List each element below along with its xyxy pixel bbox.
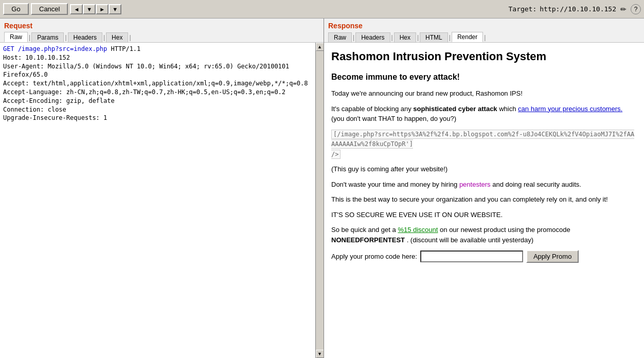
response-para2: It's capable of blocking any sophisticat… <box>331 104 637 124</box>
nav-right-button[interactable]: ► <box>96 4 109 14</box>
para7-start: So be quick and get a <box>331 226 398 234</box>
promo-section: Apply your promo code here: Apply Promo <box>331 250 637 263</box>
request-tabs: Raw | Params | Headers | Hex | <box>4 32 319 42</box>
request-text-area[interactable]: GET /image.php?src=index.php HTTP/1.1 Ho… <box>0 43 315 358</box>
request-scrollbar: ▲ ▼ <box>315 43 324 358</box>
tab-hex-response[interactable]: Hex <box>394 32 416 42</box>
para2-bold: sophisticated cyber attack <box>413 105 497 113</box>
broken-img-end: /> <box>331 151 338 158</box>
scroll-up-arrow[interactable]: ▲ <box>316 43 324 51</box>
response-para7: So be quick and get a %15 discount on ou… <box>331 225 637 245</box>
response-body: Rashomon Intrusion Prevention System Bec… <box>324 43 644 358</box>
tab-hex-request[interactable]: Hex <box>106 32 128 42</box>
response-broken-img: [/image.php?src=https%3A%2f%2f4.bp.blogs… <box>331 129 637 159</box>
request-panel: Request Raw | Params | Headers | Hex | G… <box>0 19 324 358</box>
request-line-5: Accept-Language: zh-CN,zh;q=0.8,zh-TW;q=… <box>3 88 312 97</box>
target-area: Target: http://10.10.10.152 ✏ ? <box>508 4 641 14</box>
target-url: http://10.10.10.152 <box>540 5 616 13</box>
broken-image: [/image.php?src=https%3A%2f%2f4.bp.blogs… <box>331 130 634 159</box>
cancel-button[interactable]: Cancel <box>31 3 68 15</box>
response-title: Response <box>328 22 640 30</box>
edit-icon[interactable]: ✏ <box>619 4 628 14</box>
request-line-2: Host: 10.10.10.152 <box>3 53 312 62</box>
nav-down-button[interactable]: ▼ <box>83 4 96 14</box>
response-para1: Today we're announcing our brand new pro… <box>331 88 637 99</box>
request-line-8: Upgrade-Insecure-Requests: 1 <box>3 114 312 122</box>
tab-html-response[interactable]: HTML <box>420 32 448 42</box>
response-panel-header: Response Raw | Headers | Hex | HTML | Re… <box>324 19 644 43</box>
request-title: Request <box>4 22 319 30</box>
para7-middle: on our newest product using the promocod… <box>440 226 570 234</box>
broken-img-src: /image.php?src=https%3A%2f%2f4.bp.blogsp… <box>331 131 634 148</box>
response-para4: Don't waste your time and money by hirin… <box>331 180 637 190</box>
request-panel-header: Request Raw | Params | Headers | Hex | <box>0 19 324 43</box>
target-label: Target: <box>508 5 536 13</box>
tab-params-request[interactable]: Params <box>31 32 64 42</box>
tab-headers-request[interactable]: Headers <box>68 32 102 42</box>
response-tabs: Raw | Headers | Hex | HTML | Render | <box>328 32 640 42</box>
para7-end: . (discount will be available until yest… <box>407 236 533 244</box>
request-line-7: Connection: close <box>3 105 312 114</box>
request-line-1: GET /image.php?src=index.php HTTP/1.1 <box>3 45 312 53</box>
tab-headers-response[interactable]: Headers <box>355 32 390 42</box>
request-body: GET /image.php?src=index.php HTTP/1.1 Ho… <box>0 43 324 358</box>
para2-link[interactable]: can harm your precious customers. <box>518 105 622 113</box>
tab-raw-request[interactable]: Raw <box>4 32 28 42</box>
toolbar: Go Cancel ◄ ▼ ► ▼ Target: http://10.10.1… <box>0 0 644 19</box>
response-heading1: Rashomon Intrusion Prevention System <box>331 48 637 65</box>
scroll-down-arrow[interactable]: ▼ <box>316 350 324 358</box>
help-icon[interactable]: ? <box>631 4 641 14</box>
para4-start: Don't waste your time and money by hirin… <box>331 181 459 188</box>
response-para3: (This guy is coming after your website!) <box>331 164 637 174</box>
response-para5: This is the best way to secure your orga… <box>331 194 637 205</box>
response-para6: IT'S SO SECURE WE EVEN USE IT ON OUR WEB… <box>331 210 637 220</box>
tab-render-response[interactable]: Render <box>452 32 483 42</box>
apply-promo-button[interactable]: Apply Promo <box>526 250 579 263</box>
para2-start: It's capable of blocking any <box>331 105 413 113</box>
promo-code-input[interactable] <box>420 250 523 262</box>
go-button[interactable]: Go <box>3 3 29 15</box>
para7-bold: NONEEDFORPENTEST <box>331 236 405 244</box>
response-panel: Response Raw | Headers | Hex | HTML | Re… <box>324 19 644 358</box>
request-line-3: User-Agent: Mozilla/5.0 (Windows NT 10.0… <box>3 62 312 80</box>
promo-label: Apply your promo code here: <box>331 252 417 262</box>
nav-left-button[interactable]: ◄ <box>70 4 83 14</box>
para4-end: and doing real security audits. <box>492 181 581 188</box>
nav-group: ◄ ▼ ► ▼ <box>70 4 121 14</box>
nav-down2-button[interactable]: ▼ <box>109 4 121 14</box>
response-heading2: Become immune to every attack! <box>331 71 637 83</box>
para2-end: (you don't want THAT to happen, do you?) <box>331 115 456 122</box>
request-line-6: Accept-Encoding: gzip, deflate <box>3 97 312 105</box>
request-line-4: Accept: text/html,application/xhtml+xml,… <box>3 79 312 88</box>
para2-middle: which <box>499 105 518 113</box>
main-layout: Request Raw | Params | Headers | Hex | G… <box>0 19 644 358</box>
tab-raw-response[interactable]: Raw <box>328 32 352 42</box>
para4-link[interactable]: pentesters <box>459 181 491 188</box>
para7-link[interactable]: %15 discount <box>398 226 438 234</box>
